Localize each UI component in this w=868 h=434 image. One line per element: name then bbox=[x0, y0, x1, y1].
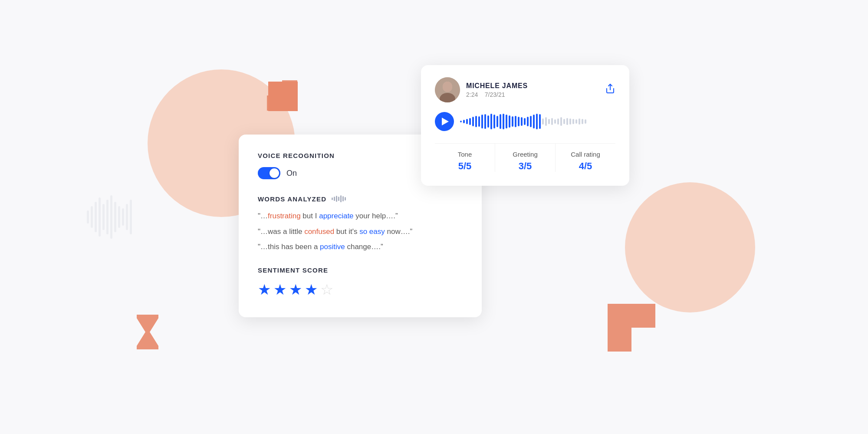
waveform-bar-played bbox=[463, 120, 465, 123]
metric-tone-value: 5/5 bbox=[435, 161, 495, 172]
call-duration: 2:24 bbox=[466, 91, 478, 98]
metric-callrating-label: Call rating bbox=[556, 151, 615, 158]
metric-greeting-label: Greeting bbox=[495, 151, 555, 158]
waveform-bar-unplayed bbox=[585, 119, 586, 124]
waveform-bar-unplayed bbox=[545, 117, 547, 125]
quote-1-mid: but I bbox=[301, 212, 319, 220]
quote-2-negative: confused bbox=[304, 227, 334, 236]
waveform-bar-played bbox=[521, 117, 523, 125]
waveform-bar-unplayed bbox=[563, 119, 565, 124]
quote-1-suffix: your help….” bbox=[354, 212, 398, 220]
waveform-bar-played bbox=[475, 116, 477, 127]
waveform-bar-played bbox=[527, 117, 529, 126]
share-icon[interactable] bbox=[605, 83, 615, 96]
waveform-bar-played bbox=[478, 116, 480, 127]
waveform-bar-played bbox=[496, 116, 498, 127]
waveform-bars bbox=[460, 112, 615, 131]
waveform-bar-played bbox=[518, 117, 519, 126]
waveform-bar-played bbox=[481, 115, 483, 128]
user-name: MICHELE JAMES bbox=[466, 82, 528, 90]
star-4: ★ bbox=[305, 281, 318, 298]
waveform-bar-played bbox=[487, 115, 489, 128]
waveform-bar-played bbox=[503, 114, 504, 129]
waveform-bar-unplayed bbox=[560, 117, 562, 125]
waveform-bar-played bbox=[506, 115, 507, 128]
quote-2-positive: so easy bbox=[359, 227, 385, 236]
svg-point-8 bbox=[443, 82, 452, 92]
waveform-bar-played bbox=[533, 115, 535, 128]
quote-1-positive: appreciate bbox=[319, 212, 353, 220]
waveform-bar-unplayed bbox=[569, 118, 571, 125]
waveform-bar-played bbox=[460, 121, 462, 122]
waveform-bar-unplayed bbox=[557, 118, 559, 125]
quote-3-prefix: "…this has been a bbox=[258, 243, 320, 251]
waveform-bar-played bbox=[530, 116, 532, 127]
quote-1: "…frustrating but I appreciate your help… bbox=[258, 210, 463, 222]
star-5: ☆ bbox=[320, 281, 333, 298]
quote-3-positive: positive bbox=[320, 243, 345, 251]
sentiment-score-title: SENTIMENT SCORE bbox=[258, 266, 463, 274]
voice-recognition-toggle[interactable] bbox=[258, 167, 280, 179]
avatar bbox=[435, 77, 460, 102]
waveform-bar-unplayed bbox=[579, 118, 580, 125]
waveform-bar-unplayed bbox=[542, 118, 544, 125]
bg-circle-right bbox=[625, 182, 755, 312]
waveform-bar-played bbox=[536, 114, 538, 129]
quote-list: "…frustrating but I appreciate your help… bbox=[258, 210, 463, 253]
star-3: ★ bbox=[289, 281, 302, 298]
metric-tone: Tone 5/5 bbox=[435, 144, 495, 172]
call-date: 7/23/21 bbox=[485, 91, 505, 98]
play-button[interactable] bbox=[435, 112, 454, 131]
quote-2: "…was a little confused but it's so easy… bbox=[258, 226, 463, 237]
waveform-bar-played bbox=[524, 118, 526, 125]
user-info: MICHELE JAMES 2:24 7/23/21 bbox=[466, 82, 528, 98]
user-meta: 2:24 7/23/21 bbox=[466, 91, 528, 98]
metrics-row: Tone 5/5 Greeting 3/5 Call rating 4/5 bbox=[435, 143, 615, 172]
waveform-bar-unplayed bbox=[582, 119, 583, 124]
quote-3: "…this has been a positive change….” bbox=[258, 241, 463, 253]
cards-container: MICHELE JAMES 2:24 7/23/21 bbox=[239, 65, 629, 369]
waveform-bar-played bbox=[490, 114, 492, 129]
waveform-bar-played bbox=[493, 115, 495, 128]
waveform-bar-unplayed bbox=[548, 119, 550, 124]
waveform-bar-played bbox=[466, 119, 468, 124]
toggle-label: On bbox=[286, 169, 297, 178]
bg-hourglass-icon bbox=[135, 315, 161, 349]
waveform-bar-played bbox=[469, 118, 471, 125]
waveform-icon bbox=[332, 195, 346, 203]
waveform-bar-played bbox=[509, 115, 510, 128]
sentiment-stars: ★ ★ ★ ★ ☆ bbox=[258, 281, 463, 298]
audio-card: MICHELE JAMES 2:24 7/23/21 bbox=[421, 65, 629, 186]
waveform-bar-unplayed bbox=[566, 118, 568, 125]
quote-2-mid: but it's bbox=[334, 227, 359, 236]
metric-callrating-value: 4/5 bbox=[556, 161, 615, 172]
quote-3-suffix: change….” bbox=[345, 243, 383, 251]
quote-2-suffix: now….” bbox=[385, 227, 412, 236]
star-1: ★ bbox=[258, 281, 271, 298]
quote-1-negative: frustrating bbox=[268, 212, 301, 220]
metric-greeting-value: 3/5 bbox=[495, 161, 555, 172]
quote-1-prefix: "… bbox=[258, 212, 268, 220]
audio-player bbox=[435, 112, 615, 131]
waveform-bar-unplayed bbox=[575, 119, 577, 124]
metric-greeting: Greeting 3/5 bbox=[495, 144, 556, 172]
waveform-bar-played bbox=[484, 114, 486, 129]
star-2: ★ bbox=[273, 281, 286, 298]
waveform-bar-played bbox=[539, 114, 541, 129]
metric-tone-label: Tone bbox=[435, 151, 495, 158]
bg-waveform-decoration bbox=[87, 195, 132, 239]
words-analyzed-title: WORDS ANALYZED bbox=[258, 195, 463, 203]
waveform-bar-played bbox=[512, 116, 513, 127]
waveform-bar-played bbox=[500, 114, 501, 129]
audio-card-user: MICHELE JAMES 2:24 7/23/21 bbox=[435, 77, 528, 102]
waveform-bar-played bbox=[515, 116, 516, 127]
waveform-bar-played bbox=[472, 117, 474, 126]
audio-card-header: MICHELE JAMES 2:24 7/23/21 bbox=[435, 77, 615, 102]
waveform-bar-unplayed bbox=[554, 119, 556, 124]
quote-2-prefix: "…was a little bbox=[258, 227, 304, 236]
metric-callrating: Call rating 4/5 bbox=[556, 144, 615, 172]
waveform-bar-unplayed bbox=[551, 118, 553, 125]
waveform-bar-unplayed bbox=[572, 119, 574, 124]
